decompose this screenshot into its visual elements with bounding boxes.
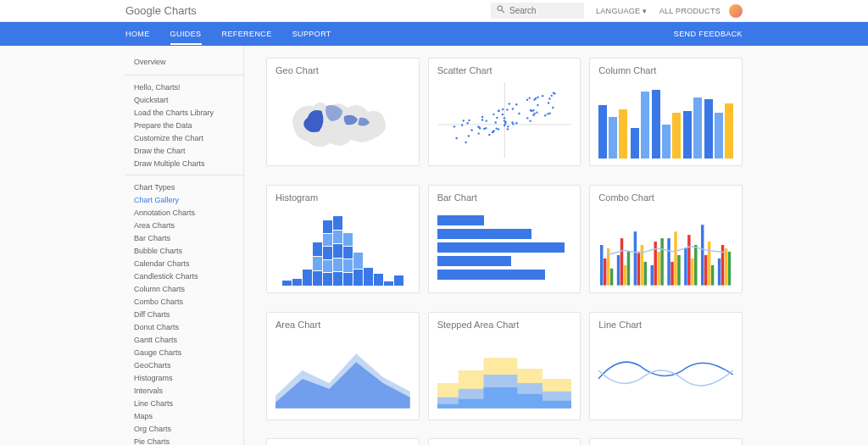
svg-point-68 (531, 110, 532, 112)
card-title: Histogram (267, 186, 419, 206)
nav-guides[interactable]: GUIDES (170, 23, 202, 45)
svg-rect-99 (661, 238, 664, 286)
svg-point-18 (533, 98, 535, 100)
svg-point-53 (550, 95, 552, 97)
svg-rect-79 (718, 259, 721, 286)
card-area-chart[interactable]: Area Chart (266, 312, 420, 420)
nav-reference[interactable]: REFERENCE (222, 23, 272, 45)
sidebar-item[interactable]: Bubble Charts (125, 244, 243, 257)
card-donut-chart[interactable]: Donut Chart (589, 438, 743, 445)
sidebar-item[interactable]: Diff Charts (125, 308, 243, 320)
card-bar-chart[interactable]: Bar Chart (428, 185, 581, 293)
svg-point-37 (462, 120, 464, 121)
svg-point-30 (501, 114, 503, 115)
sidebar-item[interactable]: Column Charts (125, 282, 243, 295)
svg-point-16 (507, 125, 509, 127)
svg-point-29 (468, 120, 470, 121)
card-combo-chart[interactable]: Combo Chart (589, 185, 743, 293)
sidebar-item[interactable]: Org Charts (125, 422, 243, 435)
svg-rect-82 (637, 252, 640, 286)
svg-point-15 (508, 103, 509, 104)
svg-point-49 (542, 95, 543, 97)
sidebar-item[interactable]: Chart Gallery (125, 193, 243, 206)
sidebar-item[interactable]: Histograms (125, 371, 243, 384)
sidebar-item[interactable]: Hello, Charts! (125, 81, 243, 93)
svg-point-36 (477, 125, 479, 127)
svg-point-26 (467, 135, 469, 136)
svg-point-46 (502, 108, 504, 110)
send-feedback-link[interactable]: SEND FEEDBACK (674, 30, 743, 38)
card-title: Scatter Chart (429, 58, 581, 79)
svg-rect-100 (678, 255, 681, 286)
svg-point-9 (537, 104, 538, 106)
svg-point-34 (532, 109, 534, 111)
card-pie-chart[interactable]: Pie Chart (266, 438, 420, 445)
search-input[interactable] (509, 6, 579, 15)
sidebar-item[interactable]: GeoCharts (125, 359, 243, 371)
search-box[interactable] (491, 3, 584, 19)
language-dropdown[interactable]: LANGUAGE▾ (596, 7, 648, 15)
svg-rect-91 (658, 252, 660, 286)
svg-rect-90 (641, 245, 643, 286)
nav-home[interactable]: HOME (125, 23, 150, 45)
svg-rect-98 (644, 262, 647, 286)
sidebar-item[interactable]: Annotation Charts (125, 206, 243, 219)
svg-point-21 (515, 122, 517, 124)
sidebar-item[interactable]: Prepare the Data (125, 119, 243, 131)
sidebar-item[interactable]: Bar Charts (125, 231, 243, 244)
divider (125, 175, 243, 175)
sidebar-item[interactable]: Draw Multiple Charts (125, 157, 243, 170)
sidebar-item[interactable]: Area Charts (125, 219, 243, 231)
svg-point-17 (481, 119, 483, 120)
card-title: Geo Chart (267, 58, 419, 79)
svg-rect-85 (687, 235, 690, 286)
svg-point-61 (492, 114, 494, 115)
sidebar-item[interactable]: Maps (125, 409, 243, 422)
sidebar-item[interactable]: Intervals (125, 384, 243, 397)
primary-nav: HOME GUIDES REFERENCE SUPPORT SEND FEEDB… (0, 22, 868, 46)
card-geo-chart[interactable]: Geo Chart (266, 58, 420, 166)
card-histogram[interactable]: Histogram (266, 185, 420, 293)
card-stepped-area-chart[interactable]: Stepped Area Chart (428, 312, 581, 420)
nav-support[interactable]: SUPPORT (292, 23, 331, 45)
card-line-chart[interactable]: Line Chart (589, 312, 743, 420)
area-chart-icon (275, 337, 410, 413)
svg-point-60 (533, 113, 535, 114)
svg-point-54 (494, 121, 496, 123)
svg-rect-75 (651, 265, 654, 286)
svg-rect-77 (684, 248, 687, 286)
sidebar-item[interactable]: Draw the Chart (125, 144, 243, 157)
sidebar-item[interactable]: Quickstart (125, 93, 243, 106)
sidebar-item[interactable]: Combo Charts (125, 295, 243, 308)
combo-chart-icon (598, 209, 733, 286)
sidebar-item[interactable]: Candlestick Charts (125, 270, 243, 282)
geo-map-icon (275, 82, 410, 159)
svg-rect-81 (620, 238, 623, 286)
svg-point-70 (512, 123, 514, 125)
sidebar-overview[interactable]: Overview (125, 54, 243, 70)
svg-rect-89 (624, 265, 626, 286)
card-title: Combo Chart (590, 186, 742, 206)
sidebar-item[interactable]: Calendar Charts (125, 257, 243, 270)
card-title: Bar Chart (429, 186, 581, 206)
all-products-link[interactable]: ALL PRODUCTS (659, 7, 721, 15)
chevron-down-icon: ▾ (643, 7, 647, 15)
sidebar-item[interactable]: Customize the Chart (125, 131, 243, 144)
sidebar-item[interactable]: Gantt Charts (125, 333, 243, 346)
sidebar-chart-types-header[interactable]: Chart Types (125, 181, 243, 193)
sidebar-item[interactable]: Gauge Charts (125, 346, 243, 359)
brand-title: Google Charts (125, 4, 491, 17)
card-bubble-chart[interactable]: Bubble Chart (428, 438, 581, 445)
card-scatter-chart[interactable]: Scatter Chart (428, 58, 581, 166)
svg-point-22 (503, 117, 504, 119)
sidebar-item[interactable]: Pie Charts (125, 435, 243, 445)
sidebar-item[interactable]: Donut Charts (125, 320, 243, 333)
card-column-chart[interactable]: Column Chart (589, 58, 743, 166)
avatar[interactable] (729, 4, 743, 18)
svg-point-40 (511, 108, 513, 109)
line-chart-icon (598, 337, 733, 413)
sidebar-item[interactable]: Line Charts (125, 397, 243, 409)
svg-point-35 (552, 92, 554, 93)
svg-rect-95 (725, 248, 727, 286)
sidebar-item[interactable]: Load the Charts Library (125, 106, 243, 119)
